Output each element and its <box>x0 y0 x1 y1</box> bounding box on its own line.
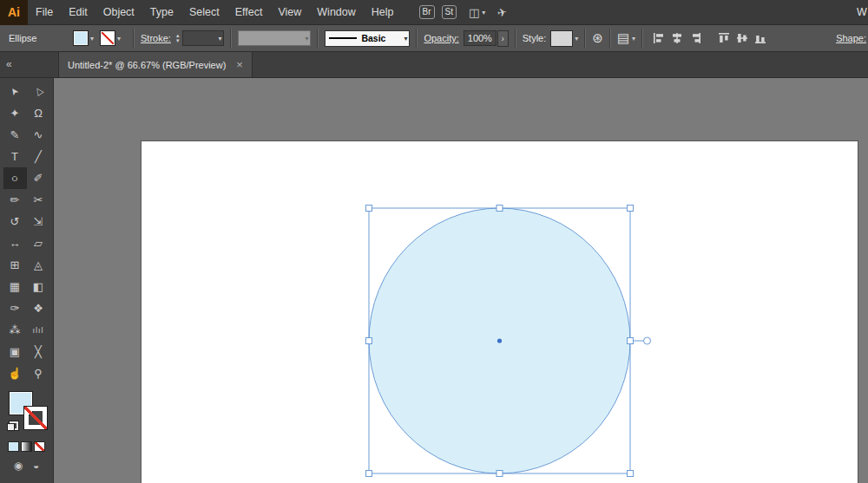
align-horizontal-right-button[interactable] <box>687 30 703 47</box>
opacity-more-button[interactable]: › <box>497 30 509 47</box>
hand-tool-button[interactable]: ☝ <box>3 362 27 384</box>
scale-tool-button[interactable]: ⇲ <box>27 211 50 232</box>
mesh-tool-button[interactable]: ▦ <box>3 276 27 297</box>
chevron-down-icon: ▾ <box>117 35 121 42</box>
arrange-documents-button[interactable]: ◫ ▾ <box>469 6 485 19</box>
document-tab[interactable]: Untitled-2* @ 66.67% (RGB/Preview) × <box>58 52 253 77</box>
type-tool-icon: T <box>11 150 18 163</box>
chevron-right-icon: › <box>502 34 504 43</box>
align-vertical-bottom-button[interactable] <box>752 30 768 47</box>
direct-selection-tool-icon: ▷ <box>31 85 45 97</box>
opacity-panel-link[interactable]: Opacity: <box>424 33 458 43</box>
divider <box>584 29 586 48</box>
artboard-tool-button[interactable]: ▣ <box>3 341 27 362</box>
gradient-tool-button[interactable]: ◧ <box>27 276 50 297</box>
brush-definition-combo[interactable]: Basic ▾ <box>325 30 410 47</box>
handle-middle-right[interactable] <box>628 338 634 344</box>
align-horizontal-left-button[interactable] <box>650 30 667 47</box>
ellipse-tool-button[interactable]: ○ <box>3 167 27 189</box>
opacity-input[interactable] <box>464 30 496 46</box>
align-vertical-center-button[interactable] <box>733 30 750 47</box>
menu-help[interactable]: Help <box>364 0 402 25</box>
eyedropper-tool-button[interactable]: ✑ <box>3 297 27 319</box>
handle-top-right[interactable] <box>628 206 634 212</box>
draw-modes-icon[interactable]: ◉ <box>14 460 23 472</box>
free-transform-tool-button[interactable]: ▱ <box>27 232 50 254</box>
stroke-color-dropdown[interactable]: ▾ <box>100 30 121 46</box>
stroke-panel-link[interactable]: Stroke: <box>141 33 171 43</box>
menu-type[interactable]: Type <box>142 0 181 25</box>
divider <box>609 29 611 48</box>
zoom-tool-button[interactable]: ⚲ <box>27 362 50 384</box>
color-button[interactable] <box>8 441 19 452</box>
arrange-options-dropdown[interactable]: ▤ ▾ <box>617 30 635 46</box>
bridge-button[interactable]: Br <box>419 5 435 19</box>
handle-bottom-right[interactable] <box>628 471 634 477</box>
perspective-grid-tool-button[interactable]: ◬ <box>27 254 50 276</box>
side-widget[interactable] <box>644 337 651 344</box>
selection-tool-button[interactable]: ➤ <box>3 81 27 102</box>
curvature-tool-button[interactable]: ∿ <box>27 124 50 146</box>
menu-edit[interactable]: Edit <box>61 0 95 25</box>
recolor-artwork-button[interactable]: ⊛ <box>592 30 603 46</box>
direct-selection-tool-button[interactable]: ▷ <box>27 81 50 102</box>
share-button[interactable]: ✈ <box>496 5 509 20</box>
menu-view[interactable]: View <box>270 0 309 25</box>
handle-top-center[interactable] <box>496 206 503 212</box>
column-graph-tool-button[interactable]: ılıl <box>27 319 50 341</box>
paintbrush-tool-icon: ✐ <box>34 172 43 185</box>
shaper-tool-button[interactable]: ✏ <box>3 189 27 211</box>
blend-tool-button[interactable]: ❖ <box>27 297 50 319</box>
gradient-button[interactable] <box>21 441 32 452</box>
shape-builder-tool-icon: ⊞ <box>10 258 20 271</box>
canvas-area[interactable] <box>54 78 868 483</box>
stock-button[interactable]: St <box>442 5 457 19</box>
pen-tool-button[interactable]: ✎ <box>3 124 27 146</box>
fill-color-dropdown[interactable]: ▾ <box>73 30 94 46</box>
none-slash-icon <box>24 407 47 429</box>
graphic-style-dropdown[interactable]: ▾ <box>550 30 578 47</box>
magic-wand-tool-button[interactable]: ✦ <box>3 102 27 124</box>
chevron-down-icon: ▾ <box>305 35 310 42</box>
rotate-tool-button[interactable]: ↺ <box>3 211 27 232</box>
shaper-tool-icon: ✏ <box>10 193 20 206</box>
pen-tool-icon: ✎ <box>10 128 20 141</box>
menu-object[interactable]: Object <box>95 0 142 25</box>
paintbrush-tool-button[interactable]: ✐ <box>27 167 50 189</box>
handle-bottom-left[interactable] <box>366 471 372 477</box>
lasso-tool-button[interactable]: Ω <box>27 102 50 124</box>
collapse-tools-button[interactable]: « <box>6 52 12 76</box>
center-point[interactable] <box>497 338 502 343</box>
divider <box>641 29 643 48</box>
line-segment-tool-button[interactable]: ╱ <box>27 146 50 167</box>
align-horizontal-left-icon <box>652 31 666 45</box>
panel-bottom-buttons: ◉ ◒ <box>0 460 53 472</box>
width-profile-combo[interactable]: ▾ <box>238 30 311 46</box>
chevron-down-icon: ▾ <box>482 9 485 16</box>
default-fill-stroke-button[interactable] <box>7 421 18 431</box>
screen-mode-icon[interactable]: ◒ <box>33 460 39 472</box>
none-button[interactable] <box>34 441 45 452</box>
handle-bottom-center[interactable] <box>496 471 503 477</box>
stroke-weight-stepper[interactable]: ▴ ▾ <box>176 33 180 43</box>
menu-file[interactable]: File <box>28 0 61 25</box>
align-vertical-top-button[interactable] <box>715 30 732 47</box>
type-tool-button[interactable]: T <box>3 146 27 167</box>
shape-builder-tool-button[interactable]: ⊞ <box>3 254 27 276</box>
scissors-tool-button[interactable]: ✂ <box>27 189 50 211</box>
stroke-color-proxy[interactable] <box>24 407 47 429</box>
menu-effect[interactable]: Effect <box>227 0 271 25</box>
line-segment-tool-icon: ╱ <box>35 150 42 163</box>
shape-panel-link[interactable]: Shape: <box>836 33 866 43</box>
stroke-weight-combo[interactable]: ▾ <box>182 30 224 46</box>
menu-window[interactable]: Window <box>309 0 363 25</box>
close-tab-icon[interactable]: × <box>236 59 243 70</box>
menu-select[interactable]: Select <box>181 0 227 25</box>
width-tool-button[interactable]: ↔ <box>3 232 27 254</box>
align-horizontal-center-button[interactable] <box>668 30 685 47</box>
handle-middle-left[interactable] <box>366 338 372 344</box>
handle-top-left[interactable] <box>366 206 372 212</box>
symbol-sprayer-tool-button[interactable]: ⁂ <box>3 319 27 341</box>
gradient-tool-icon: ◧ <box>33 280 43 293</box>
slice-tool-button[interactable]: ╳ <box>27 341 50 362</box>
